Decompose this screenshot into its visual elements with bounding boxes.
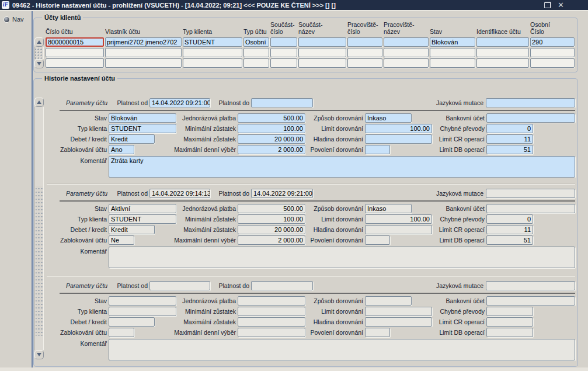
grid-cell-typ-uctu[interactable]: Osobní [243, 37, 269, 47]
grid-cell[interactable] [243, 58, 269, 68]
grid-cell-osobni-cislo[interactable]: 290 [530, 37, 575, 47]
state-field[interactable]: Blokován [109, 113, 176, 123]
grid-cell[interactable] [270, 48, 297, 57]
limit-db-field[interactable]: 51 [486, 235, 533, 245]
topup-allowed-field[interactable] [365, 235, 390, 245]
topup-level-field[interactable] [365, 225, 432, 234]
grid-cell-pracoviste-nazev[interactable] [384, 37, 429, 47]
grid-cell[interactable] [430, 58, 475, 68]
one-time-payment-field[interactable] [238, 296, 305, 306]
account-blocked-field[interactable] [109, 328, 134, 337]
client-type-field[interactable]: STUDENT [109, 124, 176, 133]
comment-field[interactable]: Ztráta karty [109, 156, 575, 178]
limit-db-field[interactable]: 51 [486, 145, 533, 154]
topup-limit-field[interactable]: 100.00 [365, 124, 432, 133]
sidebar-item-nav[interactable]: Nav [4, 16, 24, 23]
grid-cell[interactable] [384, 48, 429, 57]
scrollbar-track[interactable] [34, 47, 44, 59]
close-icon[interactable]: ✕ [558, 1, 564, 9]
scroll-up-button[interactable] [34, 98, 44, 107]
valid-from-field[interactable] [149, 281, 210, 290]
grid-cell-soucast-nazev[interactable] [298, 37, 346, 47]
scroll-down-button[interactable] [34, 350, 44, 359]
grid-cell[interactable] [270, 58, 297, 68]
min-balance-field[interactable] [238, 307, 305, 316]
grid-cell[interactable] [46, 48, 104, 57]
grid-cell-stav[interactable]: Blokován [430, 37, 475, 47]
min-balance-field[interactable]: 100.00 [238, 214, 305, 224]
topup-method-field[interactable] [365, 296, 412, 306]
accounts-record-scrollbar[interactable] [34, 37, 44, 68]
bank-account-field[interactable] [486, 113, 575, 123]
grid-cell-identifikace[interactable] [476, 37, 529, 47]
topup-method-field[interactable]: Inkaso [365, 204, 412, 213]
grid-cell-vlastnik[interactable]: prijmeni2702 jmeno2702 [105, 37, 182, 47]
language-field[interactable] [486, 98, 575, 108]
grid-cell[interactable] [530, 48, 575, 57]
topup-method-field[interactable]: Inkaso [365, 113, 412, 123]
client-type-field[interactable]: STUDENT [109, 214, 176, 224]
restore-icon[interactable] [544, 2, 551, 8]
debit-credit-field[interactable] [109, 317, 155, 327]
failed-transfers-field[interactable] [486, 307, 533, 316]
grid-cell-cislo-uctu[interactable]: 8000000015 [46, 37, 104, 47]
limit-db-field[interactable] [486, 328, 533, 337]
grid-cell-typ-klienta[interactable]: STUDENT [183, 37, 242, 47]
topup-allowed-field[interactable] [365, 328, 390, 337]
topup-allowed-field[interactable] [365, 145, 390, 154]
debit-credit-field[interactable]: Kredit [109, 134, 155, 144]
grid-cell[interactable] [183, 48, 242, 57]
valid-from-field[interactable]: 14.04.2022 09:14:13 [149, 189, 210, 198]
bank-account-field[interactable] [486, 204, 575, 213]
account-blocked-field[interactable]: Ano [109, 145, 134, 154]
max-daily-withdrawal-field[interactable]: 2 000.00 [238, 235, 305, 245]
debit-credit-field[interactable]: Kredit [109, 225, 155, 234]
one-time-payment-field[interactable]: 500.00 [238, 113, 305, 123]
max-balance-field[interactable]: 20 000.00 [238, 225, 305, 234]
account-blocked-field[interactable]: Ne [109, 235, 134, 245]
scroll-up-button[interactable] [34, 37, 44, 47]
max-daily-withdrawal-field[interactable] [238, 328, 305, 337]
min-balance-field[interactable]: 100.00 [238, 124, 305, 133]
language-field[interactable] [486, 281, 575, 290]
scrollbar-thumb[interactable] [36, 186, 43, 336]
bank-account-field[interactable] [486, 296, 575, 306]
scroll-down-button[interactable] [34, 59, 44, 68]
limit-cr-field[interactable]: 11 [486, 134, 533, 144]
valid-to-field[interactable] [251, 281, 313, 290]
max-daily-withdrawal-field[interactable]: 2 000.00 [238, 145, 305, 154]
history-record-scrollbar[interactable] [34, 98, 44, 359]
state-field[interactable]: Aktivní [109, 204, 176, 213]
one-time-payment-field[interactable]: 500.00 [238, 204, 305, 213]
valid-from-field[interactable]: 14.04.2022 09:21:00 [149, 98, 210, 108]
grid-cell[interactable] [347, 48, 382, 57]
client-type-field[interactable] [109, 307, 176, 316]
failed-transfers-field[interactable]: 0 [486, 214, 533, 224]
grid-cell[interactable] [430, 48, 475, 57]
grid-cell[interactable] [384, 58, 429, 68]
grid-cell[interactable] [298, 48, 346, 57]
comment-field[interactable] [109, 339, 575, 360]
valid-to-field[interactable]: 14.04.2022 09:21:00 [251, 189, 313, 198]
comment-field[interactable] [109, 247, 575, 268]
grid-cell-soucast-cislo[interactable] [270, 37, 297, 47]
topup-limit-field[interactable]: 100.00 [365, 214, 432, 224]
failed-transfers-field[interactable]: 0 [486, 124, 533, 133]
grid-cell[interactable] [105, 48, 182, 57]
limit-cr-field[interactable]: 11 [486, 225, 533, 234]
grid-cell[interactable] [105, 58, 182, 68]
grid-cell[interactable] [530, 58, 575, 68]
max-balance-field[interactable]: 20 000.00 [238, 134, 305, 144]
grid-cell[interactable] [476, 48, 529, 57]
grid-cell[interactable] [183, 58, 242, 68]
topup-limit-field[interactable] [365, 307, 432, 316]
max-balance-field[interactable] [238, 317, 305, 327]
topup-level-field[interactable] [365, 317, 432, 327]
grid-cell[interactable] [347, 58, 382, 68]
grid-cell-pracoviste-cislo[interactable] [347, 37, 382, 47]
grid-cell[interactable] [243, 48, 269, 57]
valid-to-field[interactable] [251, 98, 313, 108]
scrollbar-track[interactable] [34, 107, 44, 350]
language-field[interactable] [486, 189, 575, 198]
topup-level-field[interactable] [365, 134, 432, 144]
